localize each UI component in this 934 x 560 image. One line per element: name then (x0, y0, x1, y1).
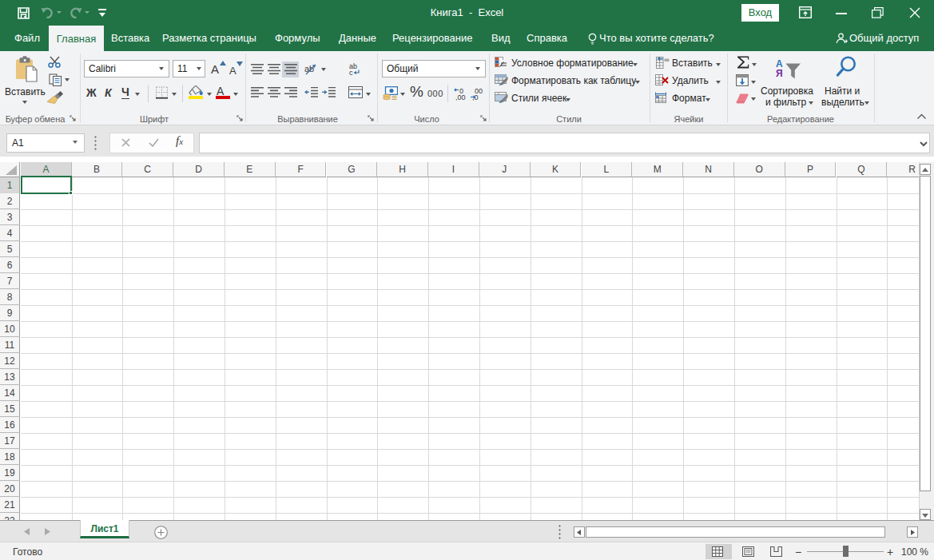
svg-text:c: c (349, 69, 353, 76)
svg-text:,00: ,00 (455, 93, 466, 101)
